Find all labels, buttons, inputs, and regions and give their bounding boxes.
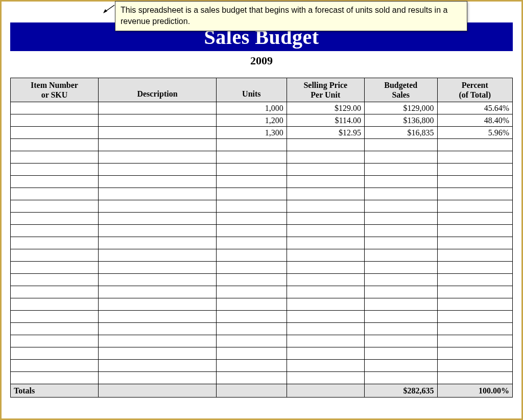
cell-description[interactable]: [99, 213, 217, 225]
cell-price[interactable]: [287, 347, 364, 360]
cell-sku[interactable]: [11, 164, 99, 176]
cell-percent[interactable]: 45.64%: [437, 102, 512, 114]
cell-sales[interactable]: [364, 139, 437, 151]
cell-percent[interactable]: [437, 323, 512, 335]
cell-price[interactable]: [287, 237, 364, 249]
cell-units[interactable]: [217, 237, 287, 249]
cell-units[interactable]: [217, 286, 287, 298]
cell-price[interactable]: $129.00: [287, 102, 364, 114]
cell-sku[interactable]: [11, 311, 99, 323]
cell-description[interactable]: [99, 360, 217, 372]
cell-sku[interactable]: [11, 286, 99, 298]
cell-description[interactable]: [99, 286, 217, 298]
cell-units[interactable]: 1,200: [217, 114, 287, 127]
cell-units[interactable]: [217, 200, 287, 213]
cell-sales[interactable]: $136,800: [364, 114, 437, 127]
cell-units[interactable]: 1,300: [217, 127, 287, 139]
cell-price[interactable]: [287, 274, 364, 286]
cell-price[interactable]: [287, 286, 364, 298]
cell-units[interactable]: [217, 274, 287, 286]
cell-units[interactable]: [217, 188, 287, 200]
cell-description[interactable]: [99, 200, 217, 213]
cell-price[interactable]: $114.00: [287, 114, 364, 127]
cell-percent[interactable]: [437, 225, 512, 237]
cell-sku[interactable]: [11, 298, 99, 311]
cell-sales[interactable]: [364, 323, 437, 335]
cell-description[interactable]: [99, 114, 217, 127]
cell-percent[interactable]: [437, 139, 512, 151]
cell-sales[interactable]: [364, 249, 437, 262]
cell-percent[interactable]: [437, 188, 512, 200]
cell-sales[interactable]: $16,835: [364, 127, 437, 139]
cell-description[interactable]: [99, 188, 217, 200]
cell-percent[interactable]: [437, 311, 512, 323]
cell-sku[interactable]: [11, 274, 99, 286]
cell-description[interactable]: [99, 237, 217, 249]
cell-sku[interactable]: [11, 237, 99, 249]
cell-units[interactable]: [217, 347, 287, 360]
cell-price[interactable]: [287, 360, 364, 372]
cell-price[interactable]: [287, 139, 364, 151]
cell-sales[interactable]: [364, 213, 437, 225]
cell-price[interactable]: [287, 323, 364, 335]
cell-sku[interactable]: [11, 323, 99, 335]
cell-sku[interactable]: [11, 372, 99, 384]
cell-sales[interactable]: $129,000: [364, 102, 437, 114]
cell-sku[interactable]: [11, 188, 99, 200]
cell-units[interactable]: [217, 323, 287, 335]
cell-sales[interactable]: [364, 311, 437, 323]
cell-sales[interactable]: [364, 237, 437, 249]
cell-sales[interactable]: [364, 335, 437, 347]
cell-percent[interactable]: [437, 347, 512, 360]
cell-sales[interactable]: [364, 372, 437, 384]
cell-units[interactable]: [217, 335, 287, 347]
cell-sales[interactable]: [364, 274, 437, 286]
cell-description[interactable]: [99, 323, 217, 335]
cell-sku[interactable]: [11, 176, 99, 188]
cell-description[interactable]: [99, 127, 217, 139]
cell-sales[interactable]: [364, 225, 437, 237]
cell-description[interactable]: [99, 372, 217, 384]
cell-price[interactable]: [287, 151, 364, 164]
cell-sku[interactable]: [11, 213, 99, 225]
cell-percent[interactable]: [437, 298, 512, 311]
cell-sales[interactable]: [364, 286, 437, 298]
cell-description[interactable]: [99, 164, 217, 176]
cell-percent[interactable]: [437, 176, 512, 188]
cell-units[interactable]: [217, 372, 287, 384]
cell-price[interactable]: [287, 176, 364, 188]
cell-sales[interactable]: [364, 188, 437, 200]
cell-percent[interactable]: [437, 200, 512, 213]
cell-price[interactable]: [287, 164, 364, 176]
cell-percent[interactable]: [437, 286, 512, 298]
cell-description[interactable]: [99, 139, 217, 151]
cell-percent[interactable]: [437, 335, 512, 347]
cell-sales[interactable]: [364, 151, 437, 164]
cell-description[interactable]: [99, 262, 217, 274]
cell-percent[interactable]: [437, 372, 512, 384]
cell-price[interactable]: [287, 311, 364, 323]
cell-sku[interactable]: [11, 360, 99, 372]
cell-percent[interactable]: [437, 360, 512, 372]
cell-description[interactable]: [99, 225, 217, 237]
cell-price[interactable]: [287, 249, 364, 262]
cell-units[interactable]: [217, 311, 287, 323]
cell-price[interactable]: [287, 188, 364, 200]
cell-sku[interactable]: [11, 347, 99, 360]
cell-sku[interactable]: [11, 127, 99, 139]
cell-percent[interactable]: [437, 164, 512, 176]
cell-description[interactable]: [99, 274, 217, 286]
cell-description[interactable]: [99, 151, 217, 164]
cell-percent[interactable]: [437, 274, 512, 286]
cell-percent[interactable]: [437, 249, 512, 262]
cell-percent[interactable]: 48.40%: [437, 114, 512, 127]
cell-percent[interactable]: 5.96%: [437, 127, 512, 139]
cell-units[interactable]: [217, 249, 287, 262]
cell-percent[interactable]: [437, 237, 512, 249]
cell-price[interactable]: [287, 262, 364, 274]
cell-units[interactable]: [217, 298, 287, 311]
cell-sku[interactable]: [11, 102, 99, 114]
cell-sku[interactable]: [11, 249, 99, 262]
cell-sku[interactable]: [11, 114, 99, 127]
cell-price[interactable]: [287, 200, 364, 213]
